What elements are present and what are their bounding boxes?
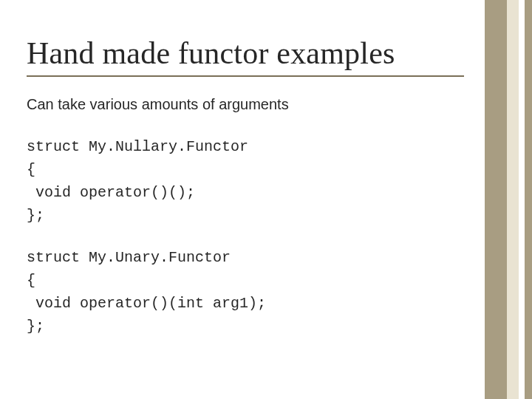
band-white-gap	[519, 0, 525, 399]
slide-subtitle: Can take various amounts of arguments	[27, 96, 473, 113]
band-olive-wide	[485, 0, 507, 399]
slide-content: Hand made functor examples Can take vari…	[27, 35, 473, 357]
code-block-nullary: struct My.Nullary.Functor { void operato…	[27, 135, 473, 227]
slide-title: Hand made functor examples	[27, 35, 473, 71]
band-cream	[507, 0, 519, 399]
code-block-unary: struct My.Unary.Functor { void operator(…	[27, 246, 473, 338]
right-decorative-bands	[485, 0, 532, 399]
title-underline	[27, 75, 464, 77]
band-olive-narrow	[525, 0, 532, 399]
